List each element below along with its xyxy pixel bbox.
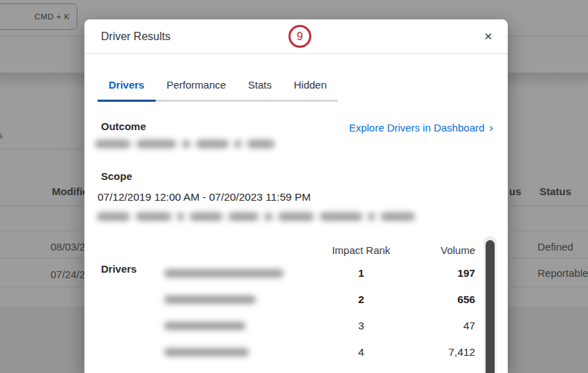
drivers-heading: Drivers [101, 263, 137, 275]
bg-cell-modified-date: 08/03/2 [50, 241, 85, 253]
driver-row: 2 656 [164, 286, 475, 313]
tab-bar: Drivers Performance Stats Hidden [98, 73, 338, 102]
modal-header: Driver Results 9 ✕ [84, 19, 508, 54]
redacted-text [177, 212, 184, 221]
clipped-text-fragment: s [0, 130, 3, 140]
driver-row: 4 7,412 [164, 339, 475, 365]
impact-rank-value: 4 [285, 346, 437, 358]
annotation-circle-9: 9 [288, 25, 311, 48]
bg-column-header-fragment: us [509, 185, 522, 197]
outcome-redacted-value [95, 138, 275, 149]
explore-drivers-link-label: Explore Drivers in Dashboard [349, 122, 484, 134]
redacted-text [228, 212, 259, 221]
bg-cell-modified-date: 07/24/2 [50, 269, 85, 280]
modal-title: Driver Results [101, 30, 170, 43]
volume-column-header: Volume [437, 244, 475, 256]
bg-cell-status: Defined [538, 241, 573, 253]
redacted-driver-name [164, 348, 249, 356]
impact-rank-value: 2 [285, 293, 437, 306]
volume-value: 656 [437, 293, 475, 306]
drivers-table: Impact Rank Volume 1 197 2 656 3 47 4 [164, 239, 475, 365]
scope-heading: Scope [101, 170, 132, 182]
drivers-table-header: Impact Rank Volume [164, 239, 475, 260]
redacted-text [136, 140, 176, 148]
redacted-text [190, 212, 223, 221]
outcome-heading: Outcome [101, 120, 146, 132]
explore-drivers-link[interactable]: Explore Drivers in Dashboard › [349, 122, 493, 134]
chevron-right-icon: › [489, 122, 493, 134]
redacted-driver-name [164, 269, 284, 278]
impact-rank-value: 3 [285, 320, 437, 332]
redacted-driver-name [164, 322, 246, 330]
redacted-text [247, 140, 275, 148]
impact-rank-value: 1 [285, 267, 437, 280]
driver-row: 3 47 [164, 313, 475, 339]
bg-panel-divider [0, 149, 90, 149]
scope-redacted-value [97, 211, 415, 222]
bg-cell-status: Reportable [538, 267, 588, 279]
redacted-text [320, 212, 362, 221]
tab-performance[interactable]: Performance [156, 73, 237, 100]
tab-stats[interactable]: Stats [237, 73, 283, 100]
redacted-text [196, 140, 229, 148]
redacted-text [278, 212, 314, 221]
scope-date-range: 07/12/2019 12:00 AM - 07/20/2023 11:59 P… [98, 191, 311, 203]
driver-row: 1 197 [164, 260, 475, 286]
volume-value: 47 [437, 320, 475, 332]
redacted-text [380, 212, 415, 221]
global-search-box: CMD + K [0, 3, 77, 30]
volume-value: 7,412 [437, 346, 475, 358]
redacted-text [95, 140, 131, 148]
redacted-driver-name [164, 295, 256, 304]
scrollbar-thumb[interactable] [486, 240, 495, 373]
screen: CMD + K s Modified us Status 08/03/2 07/… [0, 0, 588, 373]
driver-results-modal: Driver Results 9 ✕ Drivers Performance S… [84, 19, 508, 373]
scrollbar-track[interactable] [484, 236, 497, 373]
redacted-text [235, 140, 241, 148]
redacted-text [264, 212, 273, 221]
bg-column-header-status: Status [540, 185, 571, 197]
impact-rank-column-header: Impact Rank [285, 244, 437, 256]
redacted-text [136, 212, 172, 221]
annotation-number: 9 [297, 30, 303, 43]
redacted-text [368, 212, 375, 221]
volume-value: 197 [437, 267, 475, 280]
tab-drivers[interactable]: Drivers [98, 73, 156, 102]
redacted-text [182, 140, 190, 148]
tab-hidden[interactable]: Hidden [283, 73, 338, 100]
keyboard-shortcut-hint: CMD + K [35, 12, 70, 21]
close-icon[interactable]: ✕ [484, 31, 493, 42]
redacted-text [97, 212, 130, 221]
